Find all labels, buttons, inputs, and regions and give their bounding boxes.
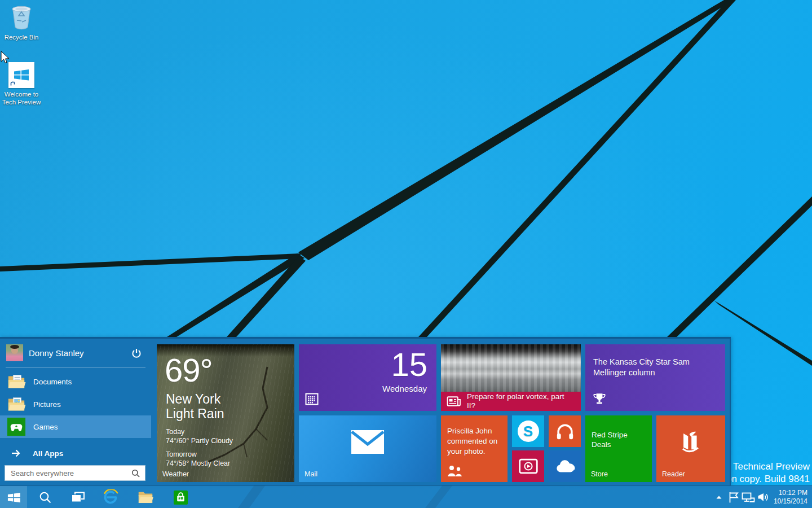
people-icon — [447, 465, 464, 477]
all-apps-button[interactable]: All Apps — [0, 444, 151, 463]
user-avatar[interactable] — [6, 344, 23, 361]
tile-app-name: Mail — [304, 470, 317, 478]
all-apps-label: All Apps — [33, 449, 63, 458]
sports-headline: The Kansas City Star Sam Mellinger colum… — [593, 357, 714, 378]
headphones-icon — [555, 422, 575, 441]
people-notification: Priscilla John commented on your photo. — [447, 426, 501, 457]
clock-date: 10/15/2014 — [774, 497, 807, 506]
recycle-bin-label: Recycle Bin — [0, 33, 43, 41]
arrow-right-icon — [10, 448, 21, 459]
panel-divider — [6, 367, 145, 367]
clock-time: 10:12 PM — [774, 489, 807, 497]
sidebar-item-games[interactable]: Games — [0, 415, 151, 438]
shortcut-arrow-icon — [9, 80, 16, 87]
weather-temperature: 69° — [165, 351, 213, 389]
file-explorer-button[interactable] — [134, 486, 157, 508]
news-photo-frozen-falls — [441, 344, 581, 392]
mail-envelope-icon — [351, 430, 384, 454]
calendar-icon — [305, 392, 319, 406]
news-icon — [447, 395, 461, 408]
sidebar-item-pictures[interactable]: Pictures — [0, 393, 151, 415]
tile-app-name: Store — [591, 470, 608, 478]
search-icon — [39, 491, 52, 504]
power-icon — [131, 348, 142, 359]
file-explorer-icon — [138, 490, 153, 505]
documents-folder-icon — [7, 372, 26, 391]
weather-tomorrow-forecast: 74°/58° Mostly Clear — [166, 459, 230, 467]
internet-explorer-icon — [103, 489, 118, 505]
calendar-day: 15 — [391, 345, 427, 383]
network-icon — [742, 491, 755, 503]
task-view-icon — [71, 491, 85, 504]
weather-tomorrow-label: Tomorrow — [166, 450, 197, 458]
skype-logo-letter: S — [523, 424, 533, 439]
internet-explorer-button[interactable] — [99, 486, 122, 508]
tile-mail[interactable]: Mail — [299, 415, 436, 482]
weather-condition: Light Rain — [166, 406, 224, 422]
sidebar-item-label: Documents — [33, 378, 72, 386]
onedrive-cloud-icon — [554, 459, 576, 474]
weather-photo-branch — [157, 344, 294, 482]
search-box — [5, 465, 145, 481]
store-promo-text: Red Stripe Deals — [592, 430, 648, 449]
tile-news[interactable]: Prepare for polar vortex, part II? — [441, 344, 581, 411]
flag-icon — [728, 491, 739, 503]
watermark-line1: ws Technical Preview — [719, 461, 810, 473]
video-icon — [519, 458, 538, 474]
recycle-bin-desktop-icon[interactable]: Recycle Bin — [0, 3, 43, 41]
recycle-bin-icon — [9, 3, 34, 32]
store-bag-icon — [173, 490, 188, 505]
news-headline: Prepare for polar vortex, part II? — [467, 392, 581, 410]
tile-onedrive[interactable] — [549, 450, 581, 482]
start-button[interactable] — [0, 486, 27, 508]
store-taskbar-button[interactable] — [169, 486, 192, 508]
volume-tray-button[interactable] — [756, 486, 770, 508]
weather-today-forecast: 74°/60° Partly Cloudy — [166, 437, 233, 445]
tile-skype[interactable]: S — [512, 415, 544, 447]
desktop: Recycle Bin Welcome to Tech Preview ws T… — [0, 0, 812, 508]
start-menu: Donny Stanley — [0, 337, 731, 485]
search-icon — [131, 468, 140, 478]
power-button[interactable] — [130, 347, 143, 360]
system-tray: 10:12 PM 10/15/2014 — [712, 486, 812, 508]
tile-weather[interactable]: 69° New York Light Rain Today 74°/60° Pa… — [157, 344, 294, 482]
tile-app-name: Reader — [662, 470, 685, 478]
network-tray-button[interactable] — [741, 486, 756, 508]
sidebar-item-label: Games — [33, 423, 58, 431]
show-hidden-icons-button[interactable] — [712, 486, 726, 508]
tile-reader[interactable]: Reader — [656, 415, 725, 482]
user-row: Donny Stanley — [0, 342, 151, 364]
tile-store[interactable]: Red Stripe Deals Store — [585, 415, 652, 482]
search-input[interactable] — [5, 466, 131, 480]
tile-music[interactable] — [549, 415, 581, 447]
chevron-up-icon — [716, 494, 722, 500]
taskbar: 10:12 PM 10/15/2014 — [0, 485, 812, 508]
tile-sports-news[interactable]: The Kansas City Star Sam Mellinger colum… — [585, 344, 725, 411]
trophy-icon — [592, 392, 607, 406]
tile-app-name: Weather — [162, 470, 189, 478]
tile-calendar[interactable]: 15 Wednesday — [299, 344, 436, 411]
tile-people[interactable]: Priscilla John commented on your photo. — [441, 415, 508, 482]
welcome-label: Welcome to Tech Preview — [0, 90, 43, 106]
reader-book-icon — [679, 428, 702, 454]
games-icon — [7, 417, 26, 436]
start-menu-left-panel: Donny Stanley — [0, 339, 151, 485]
sidebar-item-label: Pictures — [33, 400, 61, 409]
pictures-folder-icon — [7, 395, 26, 414]
tile-video[interactable] — [512, 450, 544, 482]
windows-start-icon — [7, 491, 21, 505]
watermark-line2: tion copy. Build 9841 — [719, 473, 810, 485]
user-name: Donny Stanley — [29, 348, 84, 358]
calendar-weekday: Wednesday — [382, 384, 427, 393]
welcome-tile — [8, 62, 34, 88]
action-center-button[interactable] — [726, 486, 741, 508]
weather-city: New York — [166, 392, 220, 407]
sidebar-item-documents[interactable]: Documents — [0, 370, 151, 393]
taskbar-search-button[interactable] — [34, 486, 56, 508]
taskbar-clock[interactable]: 10:12 PM 10/15/2014 — [774, 489, 807, 506]
weather-today-label: Today — [166, 428, 184, 436]
build-watermark: ws Technical Preview tion copy. Build 98… — [719, 461, 810, 485]
task-view-button[interactable] — [67, 486, 89, 508]
skype-logo-icon: S — [518, 421, 539, 442]
welcome-desktop-icon[interactable]: Welcome to Tech Preview — [0, 62, 43, 106]
